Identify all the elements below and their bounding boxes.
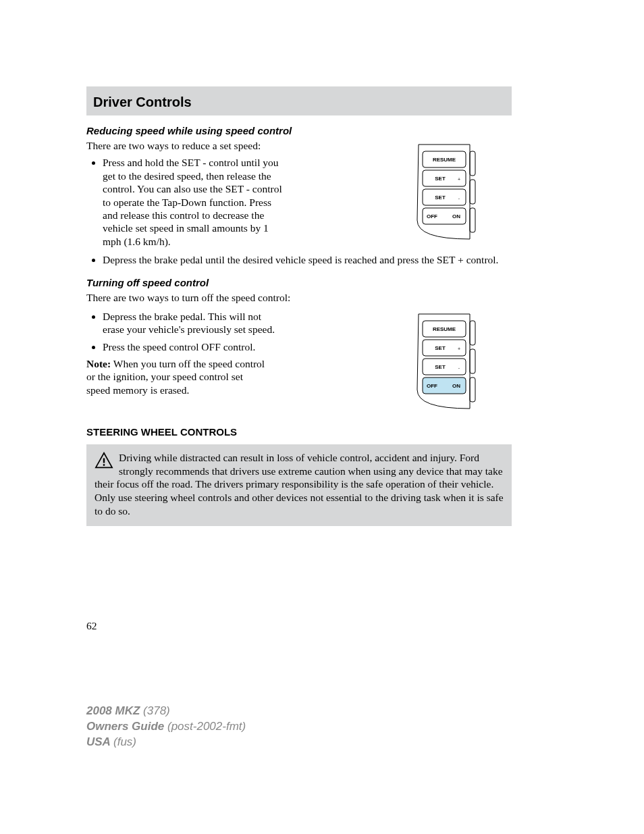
minus-sign-2: - — [458, 365, 460, 370]
note-label: Note: — [86, 358, 111, 369]
note-text: When you turn off the speed control or t… — [86, 358, 265, 396]
subheading-reducing-speed: Reducing speed while using speed control — [86, 125, 512, 136]
bullet-off-control: Press the speed control OFF control. — [103, 340, 285, 353]
btn-resume-label-2: RESUME — [433, 326, 456, 332]
footer-code: (378) — [143, 704, 170, 717]
svg-rect-14 — [103, 458, 105, 463]
svg-rect-11 — [470, 321, 475, 345]
page-number: 62 — [86, 620, 97, 632]
footer-guide: Owners Guide — [86, 720, 167, 733]
btn-resume-label: RESUME — [433, 157, 456, 163]
intro-text: There are two ways to reduce a set speed… — [86, 139, 269, 152]
footer-region: USA — [86, 735, 113, 748]
svg-rect-6 — [470, 208, 475, 232]
svg-rect-15 — [103, 464, 105, 466]
warning-box: Driving while distracted can result in l… — [86, 444, 512, 526]
footer: 2008 MKZ (378) Owners Guide (post-2002-f… — [86, 704, 246, 750]
bullet-brake-pedal: Depress the brake pedal. This will not e… — [103, 310, 285, 336]
btn-on-label: ON — [452, 213, 460, 219]
btn-set-plus-label-2: SET — [435, 345, 446, 351]
section-title: Driver Controls — [93, 95, 505, 110]
svg-rect-13 — [470, 377, 475, 402]
btn-set-plus-label: SET — [435, 176, 446, 182]
btn-off-label: OFF — [427, 213, 437, 219]
footer-model: 2008 MKZ — [86, 704, 143, 717]
minus-sign: - — [458, 196, 460, 201]
section-header: Driver Controls — [86, 86, 512, 115]
plus-sign: + — [458, 177, 460, 182]
speed-control-diagram-1: RESUME SET + SET - OFF ON — [383, 139, 512, 240]
btn-off-label-2: OFF — [427, 383, 437, 389]
svg-rect-12 — [470, 349, 475, 373]
btn-set-minus-label-2: SET — [435, 364, 446, 370]
warning-icon — [95, 452, 113, 469]
footer-fmt: (post-2002-fmt) — [167, 720, 246, 733]
btn-set-minus-label: SET — [435, 194, 446, 201]
subheading-turning-off: Turning off speed control — [86, 277, 512, 288]
svg-rect-5 — [470, 180, 475, 204]
section-heading-steering: STEERING WHEEL CONTROLS — [86, 426, 512, 438]
plus-sign-2: + — [458, 346, 460, 351]
note-paragraph: Note: When you turn off the speed contro… — [86, 357, 269, 396]
btn-on-label-2: ON — [452, 383, 460, 389]
intro-text-2: There are two ways to turn off the speed… — [86, 291, 512, 304]
warning-text: Driving while distracted can result in l… — [95, 452, 504, 517]
bullet-brake-set-plus: Depress the brake pedal until the desire… — [103, 253, 512, 266]
speed-control-diagram-2: RESUME SET + SET - OFF ON — [383, 309, 512, 410]
footer-region-code: (fus) — [113, 735, 136, 748]
svg-rect-4 — [470, 151, 475, 176]
bullet-set-minus: Press and hold the SET - control until y… — [103, 156, 285, 248]
